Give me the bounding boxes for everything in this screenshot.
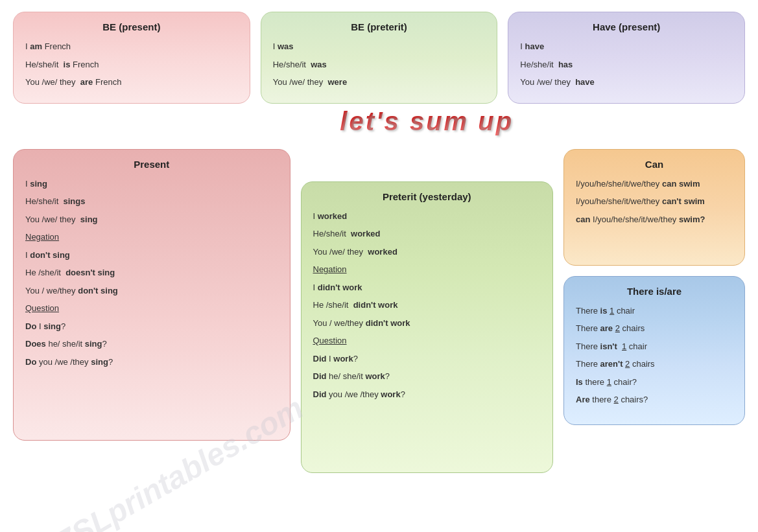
card-there: There is/are There is 1 chair There are … <box>563 276 745 425</box>
preterit-line-1: I worked <box>313 210 541 223</box>
be-present-title: BE (present) <box>25 21 238 32</box>
there-line-1: There is 1 chair <box>576 305 733 318</box>
card-present: Present I sing He/she/it sings You /we/ … <box>13 149 290 441</box>
there-line-4: There aren't 2 chairs <box>576 358 733 371</box>
present-negation-header: Negation <box>25 231 278 244</box>
present-neg-line-2: He /she/it doesn't sing <box>25 266 278 279</box>
be-preterit-title: BE (preterit) <box>273 21 486 32</box>
card-be-preterit: BE (preterit) I was He/she/it was You /w… <box>261 12 498 104</box>
preterit-negation-header: Negation <box>313 263 541 276</box>
be-preterit-line-1: I was <box>273 40 486 53</box>
preterit-title: Preterit (yesterday) <box>313 191 541 202</box>
present-neg-line-1: I don't sing <box>25 249 278 262</box>
preterit-question-header: Question <box>313 334 541 347</box>
present-line-3: You /we/ they sing <box>25 213 278 226</box>
be-present-line-2: He/she/it is French <box>25 58 238 71</box>
preterit-q-line-1: Did I work? <box>313 353 541 365</box>
be-present-line-3: You /we/ they are French <box>25 76 238 89</box>
present-q-line-1: Do I sing? <box>25 320 278 333</box>
present-title: Present <box>25 159 278 170</box>
preterit-neg-line-1: I didn't work <box>313 281 541 294</box>
card-have-present: Have (present) I have He/she/it has You … <box>508 12 745 104</box>
be-preterit-line-3: You /we/ they were <box>273 76 486 89</box>
present-line-1: I sing <box>25 178 278 191</box>
can-line-3: can I/you/he/she/it/we/they swim? <box>576 213 733 226</box>
right-column: Can I/you/he/she/it/we/they can swim I/y… <box>563 149 745 425</box>
there-title: There is/are <box>576 286 733 297</box>
preterit-neg-line-3: You / we/they didn't work <box>313 317 541 330</box>
present-line-2: He/she/it sings <box>25 195 278 208</box>
there-line-6: Are there 2 chairs? <box>576 393 733 406</box>
have-present-line-1: I have <box>520 40 733 53</box>
present-neg-line-3: You / we/they don't sing <box>25 284 278 297</box>
present-q-line-3: Do you /we /they sing? <box>25 356 278 369</box>
can-line-1: I/you/he/she/it/we/they can swim <box>576 178 733 191</box>
sum-up-container: let's sum up <box>340 107 514 136</box>
preterit-line-3: You /we/ they worked <box>313 246 541 259</box>
have-present-line-2: He/she/it has <box>520 58 733 71</box>
card-be-present: BE (present) I am French He/she/it is Fr… <box>13 12 250 104</box>
there-line-3: There isn't 1 chair <box>576 340 733 353</box>
have-present-line-3: You /we/ they have <box>520 76 733 89</box>
preterit-q-line-3: Did you /we /they work? <box>313 388 541 401</box>
card-preterit: Preterit (yesterday) I worked He/she/it … <box>301 181 554 473</box>
be-preterit-line-2: He/she/it was <box>273 58 486 71</box>
be-present-line-1: I am French <box>25 40 238 53</box>
there-line-2: There are 2 chairs <box>576 322 733 335</box>
main-container: BE (present) I am French He/she/it is Fr… <box>0 0 758 532</box>
present-q-line-2: Does he/ she/it sing? <box>25 338 278 351</box>
present-question-header: Question <box>25 302 278 315</box>
have-present-title: Have (present) <box>520 21 733 32</box>
preterit-neg-line-2: He /she/it didn't work <box>313 299 541 312</box>
card-can: Can I/you/he/she/it/we/they can swim I/y… <box>563 149 745 266</box>
preterit-line-2: He/she/it worked <box>313 227 541 240</box>
sum-up-title: let's sum up <box>340 107 514 135</box>
can-title: Can <box>576 159 733 170</box>
can-line-2: I/you/he/she/it/we/they can't swim <box>576 195 733 208</box>
top-row: BE (present) I am French He/she/it is Fr… <box>13 12 745 104</box>
there-line-5: Is there 1 chair? <box>576 376 733 389</box>
preterit-q-line-2: Did he/ she/it work? <box>313 370 541 383</box>
